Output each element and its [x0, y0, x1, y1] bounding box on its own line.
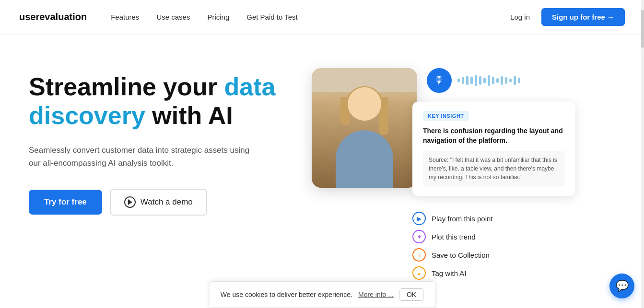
action-item-save[interactable]: +Save to Collection — [412, 248, 493, 262]
waveform-bar — [518, 78, 520, 83]
mic-area: 🎙 — [427, 68, 520, 93]
person-body — [336, 130, 393, 188]
mic-icon: 🎙 — [434, 74, 445, 87]
signup-button[interactable]: Sign up for free → — [541, 8, 625, 26]
waveform-bar — [483, 78, 486, 83]
watch-demo-button[interactable]: Watch a demo — [110, 189, 207, 216]
play-triangle-icon — [128, 199, 132, 205]
chat-bubble-button[interactable]: 💬 — [609, 274, 634, 298]
cookie-more-link[interactable]: More info ... — [358, 291, 394, 298]
waveform-bar — [509, 79, 512, 82]
action-icon-trend: ✦ — [412, 230, 426, 243]
headline-text2: with AI — [145, 102, 233, 129]
nav-use-cases[interactable]: Use cases — [156, 13, 190, 21]
nav-pricing[interactable]: Pricing — [207, 13, 229, 21]
page-scrollbar[interactable] — [641, 0, 644, 308]
waveform-bar — [475, 75, 477, 86]
nav-links: Features Use cases Pricing Get Paid to T… — [111, 13, 510, 22]
hero-subtext: Seamlessly convert customer data into st… — [29, 144, 259, 170]
nav-features[interactable]: Features — [111, 13, 139, 21]
insight-badge: KEY INSIGHT — [423, 111, 469, 121]
waveform — [457, 75, 520, 86]
person-head — [348, 87, 381, 121]
action-icon-tag: ⬥ — [412, 266, 426, 280]
waveform-bar — [514, 76, 516, 85]
waveform-bar — [470, 77, 473, 84]
navbar: userevaluation Features Use cases Pricin… — [0, 0, 644, 34]
action-icon-save: + — [412, 248, 426, 262]
headline-highlight-discovery: discovery — [29, 102, 145, 129]
waveform-bar — [492, 77, 494, 84]
play-circle-icon — [124, 196, 136, 208]
video-card — [312, 68, 417, 188]
cookie-text: We use cookies to deliver better experie… — [221, 291, 352, 298]
waveform-bar — [457, 79, 460, 82]
insight-card: KEY INSIGHT There is confusion regarding… — [412, 102, 575, 196]
cookie-banner: We use cookies to deliver better experie… — [209, 281, 435, 308]
insight-title: There is confusion regarding the layout … — [423, 126, 565, 145]
cookie-ok-button[interactable]: OK — [399, 288, 423, 301]
action-item-play[interactable]: ▶Play from this point — [412, 212, 493, 225]
chat-icon: 💬 — [616, 280, 629, 292]
try-for-free-button[interactable]: Try for free — [29, 190, 102, 215]
action-label-save: Save to Collection — [432, 251, 490, 259]
waveform-bar — [505, 77, 507, 84]
mic-button[interactable]: 🎙 — [427, 68, 452, 93]
waveform-bar — [462, 77, 464, 84]
action-items: ▶Play from this point✦Plot this trend+Sa… — [412, 212, 493, 280]
waveform-bar — [466, 76, 468, 85]
action-icon-play: ▶ — [412, 212, 426, 225]
person-silhouette — [312, 68, 417, 188]
headline-text1: Streamline your — [29, 73, 224, 101]
hero-right: 🎙 KEY INSIGHT There is confusion regardi… — [297, 63, 615, 284]
nav-right: Log in Sign up for free → — [510, 8, 625, 26]
action-item-tag[interactable]: ⬥Tag with AI — [412, 266, 493, 280]
brand-logo: userevaluation — [19, 11, 87, 23]
hero-left: Streamline your data discovery with AI S… — [29, 63, 297, 216]
waveform-bar — [479, 76, 481, 85]
insight-quote: Source: "I felt that it was a bit unfami… — [423, 151, 565, 186]
hero-headline: Streamline your data discovery with AI — [29, 73, 297, 130]
login-button[interactable]: Log in — [510, 13, 530, 21]
waveform-bar — [501, 76, 503, 85]
action-label-tag: Tag with AI — [432, 269, 467, 277]
action-label-trend: Plot this trend — [432, 233, 476, 241]
action-item-trend[interactable]: ✦Plot this trend — [412, 230, 493, 243]
scrollbar-thumb — [641, 10, 644, 48]
nav-get-paid[interactable]: Get Paid to Test — [246, 13, 297, 21]
waveform-bar — [488, 75, 490, 86]
headline-highlight-data: data — [224, 73, 275, 101]
waveform-bar — [496, 78, 499, 83]
hero-buttons: Try for free Watch a demo — [29, 189, 297, 216]
watch-demo-label: Watch a demo — [141, 197, 193, 207]
main-content: Streamline your data discovery with AI S… — [0, 34, 644, 308]
action-label-play: Play from this point — [432, 215, 493, 223]
